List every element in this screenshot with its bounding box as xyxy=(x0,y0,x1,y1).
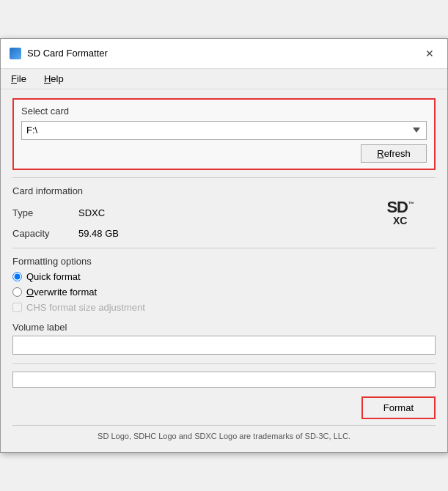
app-icon xyxy=(10,48,21,59)
bottom-actions: Format xyxy=(12,396,436,419)
volume-label-input[interactable] xyxy=(12,336,436,355)
footer-text: SD Logo, SDHC Logo and SDXC Logo are tra… xyxy=(12,425,436,443)
chs-checkbox xyxy=(12,303,22,312)
title-bar-left: SD Card Formatter xyxy=(10,48,108,59)
sd-text: SD xyxy=(386,198,408,216)
title-bar: SD Card Formatter ✕ xyxy=(1,39,447,69)
quick-format-radio[interactable] xyxy=(12,272,22,281)
progress-section xyxy=(12,372,436,388)
menu-file[interactable]: File xyxy=(7,72,31,86)
capacity-label: Capacity xyxy=(12,228,78,239)
formatting-section: Formatting options Quick format Overwrit… xyxy=(12,256,436,313)
overwrite-rest: verwrite format xyxy=(34,287,97,298)
menu-bar: File Help xyxy=(1,69,447,89)
volume-label-section: Volume label xyxy=(12,322,436,355)
select-card-label: Select card xyxy=(21,106,427,117)
select-card-section: Select card F:\ Refresh xyxy=(12,98,436,170)
main-window: SD Card Formatter ✕ File Help Select car… xyxy=(0,38,448,453)
format-button[interactable]: Format xyxy=(361,396,436,419)
sdxc-logo: SD™ XC xyxy=(386,199,414,226)
menu-help[interactable]: Help xyxy=(40,72,68,86)
overwrite-format-row: Overwrite format xyxy=(12,287,436,298)
help-rest: elp xyxy=(51,73,63,84)
refresh-button[interactable]: Refresh xyxy=(361,144,427,163)
overwrite-format-radio[interactable] xyxy=(12,287,22,297)
card-info-header: Card information xyxy=(12,185,436,196)
refresh-rest: efresh xyxy=(384,148,411,159)
sdxc-top-text: SD™ xyxy=(386,199,414,215)
chs-row: CHS format size adjustment xyxy=(12,302,436,313)
divider-3 xyxy=(12,363,436,364)
help-underline: H xyxy=(44,73,51,84)
file-rest: ile xyxy=(17,73,26,84)
quick-format-row: Quick format xyxy=(12,271,436,282)
overwrite-format-label[interactable]: Overwrite format xyxy=(26,287,97,298)
type-value: SDXC xyxy=(78,207,105,218)
window-title: SD Card Formatter xyxy=(27,48,108,59)
card-info-section: Card information Type SDXC SD™ XC Capaci… xyxy=(12,185,436,239)
close-button[interactable]: ✕ xyxy=(421,45,438,62)
tm-symbol: ™ xyxy=(408,201,414,207)
formatting-header: Formatting options xyxy=(12,256,436,267)
file-underline: F xyxy=(11,73,17,84)
card-info-type-row: Type SDXC SD™ XC xyxy=(12,199,436,226)
type-label: Type xyxy=(12,207,78,218)
drive-select-row: F:\ xyxy=(21,121,427,140)
drive-select[interactable]: F:\ xyxy=(21,121,427,140)
sdxc-bottom-text: XC xyxy=(393,215,407,226)
content-area: Select card F:\ Refresh Card information… xyxy=(1,89,447,452)
refresh-row: Refresh xyxy=(21,144,427,163)
quick-format-label[interactable]: Quick format xyxy=(26,271,81,282)
progress-bar-container xyxy=(12,372,436,388)
divider-1 xyxy=(12,177,436,178)
refresh-underline: R xyxy=(377,148,383,159)
chs-label: CHS format size adjustment xyxy=(26,302,145,313)
divider-2 xyxy=(12,248,436,248)
volume-label-header: Volume label xyxy=(12,322,436,333)
card-info-capacity-row: Capacity 59.48 GB xyxy=(12,228,436,239)
capacity-value: 59.48 GB xyxy=(78,228,119,239)
overwrite-underline: O xyxy=(26,287,34,298)
